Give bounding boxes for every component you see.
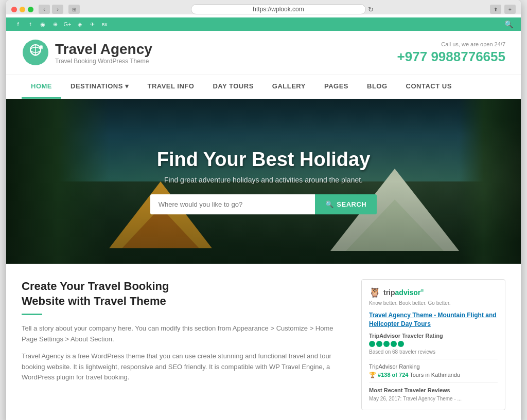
nav-item-travel-info[interactable]: TRAVEL INFO	[138, 75, 203, 99]
nav-item-contact[interactable]: CONTACT US	[397, 75, 461, 99]
contact-area: Call us, we are open 24/7 +977 998877665…	[397, 41, 505, 65]
ta-star-4	[391, 341, 397, 347]
browser-titlebar: ‹ › ⊞ https://wplook.com ↻ ⬆ +	[11, 4, 516, 14]
website-content: f t ◉ ⊕ G+ ◈ ✈ вк 🔍	[6, 17, 521, 420]
tripadvisor-widget: 🦉 tripadvisor® Know better. Book better.…	[361, 279, 505, 410]
hero-section: Find Your Best Holiday Find great advent…	[6, 99, 521, 264]
nav-item-gallery[interactable]: GALLERY	[263, 75, 315, 99]
forward-button[interactable]: ›	[52, 5, 63, 14]
about-title: Create Your Travel BookingWebsite with T…	[22, 279, 346, 308]
instagram-icon[interactable]: ◉	[39, 20, 47, 28]
add-tab-button[interactable]: +	[504, 5, 516, 14]
browser-actions: ⬆ +	[489, 5, 516, 14]
ta-review-count: Based on 68 traveler reviews	[369, 349, 498, 355]
ta-ranking-value: 🏆 #138 of 724 Tours in Kathmandu	[369, 372, 498, 378]
nav-link-gallery[interactable]: GALLERY	[263, 75, 315, 97]
tripadvisor-owl-icon: 🦉	[369, 287, 380, 298]
ta-logo: tripadvisor®	[383, 288, 424, 297]
nav-link-day-tours[interactable]: DAY TOURS	[203, 75, 262, 97]
nav-link-blog[interactable]: BLOG	[358, 75, 397, 97]
browser-window: ‹ › ⊞ https://wplook.com ↻ ⬆ + f t ◉ ⊕ G…	[6, 0, 521, 420]
ta-review-item: May 26, 2017: Travel Agency Theme - ...	[369, 395, 498, 403]
search-icon[interactable]: 🔍	[504, 20, 513, 28]
about-section: Create Your Travel BookingWebsite with T…	[22, 279, 346, 410]
snapchat-icon[interactable]: ◈	[76, 20, 84, 28]
nav-link-travel-info[interactable]: TRAVEL INFO	[138, 75, 203, 97]
hero-search: 🔍 SEARCH	[150, 194, 377, 214]
nav-link-contact[interactable]: CONTACT US	[397, 75, 461, 97]
hero-content: Find Your Best Holiday Find great advent…	[6, 99, 521, 264]
pinterest-icon[interactable]: ⊕	[51, 20, 59, 28]
ta-star-3	[383, 341, 390, 347]
nav-item-day-tours[interactable]: DAY TOURS	[203, 75, 262, 99]
nav-item-home[interactable]: HOME	[22, 75, 61, 99]
vk-icon[interactable]: вк	[100, 20, 109, 28]
hero-subtitle: Find great adventure holidays and activi…	[164, 176, 363, 184]
address-bar[interactable]: https://wplook.com	[191, 4, 366, 14]
maximize-button[interactable]	[28, 7, 33, 12]
ta-star-1	[369, 341, 375, 347]
back-button[interactable]: ‹	[39, 5, 50, 14]
reload-button[interactable]: ↻	[368, 4, 374, 14]
nav-item-destinations[interactable]: DESTINATIONS ▾	[61, 75, 138, 99]
search-icon-btn: 🔍	[325, 200, 334, 208]
nav-bar: HOME DESTINATIONS ▾ TRAVEL INFO DAY TOUR…	[6, 75, 521, 99]
title-underline	[22, 314, 42, 315]
social-icons: f t ◉ ⊕ G+ ◈ ✈ вк	[14, 20, 109, 28]
plane-icon[interactable]: ✈	[88, 20, 96, 28]
phone-number[interactable]: +977 9988776655	[397, 49, 505, 65]
googleplus-icon[interactable]: G+	[63, 20, 72, 28]
nav-menu: HOME DESTINATIONS ▾ TRAVEL INFO DAY TOUR…	[22, 75, 505, 99]
logo-text: Travel Agency Travel Booking WordPress T…	[55, 41, 152, 65]
ta-rating-title: TripAdvisor Traveler Rating	[369, 333, 498, 339]
nav-link-home[interactable]: HOME	[22, 75, 61, 99]
tab-button[interactable]: ⊞	[68, 5, 80, 14]
nav-link-pages[interactable]: PAGES	[315, 75, 358, 97]
search-input[interactable]	[150, 194, 315, 214]
social-bar: f t ◉ ⊕ G+ ◈ ✈ вк 🔍	[6, 17, 521, 31]
ta-divider2	[369, 382, 498, 383]
logo-area[interactable]: Travel Agency Travel Booking WordPress T…	[22, 39, 152, 67]
facebook-icon[interactable]: f	[14, 20, 22, 28]
ta-star-5	[398, 341, 404, 347]
ta-header: 🦉 tripadvisor®	[369, 287, 498, 298]
share-button[interactable]: ⬆	[490, 5, 501, 14]
ta-star-2	[376, 341, 382, 347]
logo-icon	[22, 39, 50, 67]
about-desc1: Tell a story about your company here. Yo…	[22, 323, 346, 345]
traffic-lights	[11, 7, 33, 12]
ta-recent-title: Most Recent Traveler Reviews	[369, 387, 498, 393]
search-button[interactable]: 🔍 SEARCH	[315, 194, 377, 214]
close-button[interactable]	[11, 7, 17, 12]
twitter-icon[interactable]: t	[26, 20, 34, 28]
about-desc2: Travel Agency is a free WordPress theme …	[22, 351, 346, 383]
browser-nav-buttons: ‹ ›	[39, 5, 63, 14]
minimize-button[interactable]	[20, 7, 25, 12]
ta-divider	[369, 359, 498, 359]
call-text: Call us, we are open 24/7	[397, 41, 505, 47]
hero-title: Find Your Best Holiday	[157, 149, 371, 171]
nav-link-destinations[interactable]: DESTINATIONS ▾	[61, 75, 138, 97]
nav-item-pages[interactable]: PAGES	[315, 75, 358, 99]
ta-tagline: Know better. Book better. Go better.	[369, 300, 498, 306]
browser-chrome: ‹ › ⊞ https://wplook.com ↻ ⬆ +	[6, 0, 521, 14]
address-bar-wrap: https://wplook.com ↻	[80, 4, 485, 14]
nav-item-blog[interactable]: BLOG	[358, 75, 397, 99]
site-header: Travel Agency Travel Booking WordPress T…	[6, 31, 521, 75]
ta-tour-link[interactable]: Travel Agency Theme - Mountain Flight an…	[369, 311, 498, 328]
ta-ranking: TripAdvisor Ranking	[369, 363, 498, 370]
bottom-section: Create Your Travel BookingWebsite with T…	[6, 264, 521, 420]
ta-stars	[369, 341, 498, 347]
